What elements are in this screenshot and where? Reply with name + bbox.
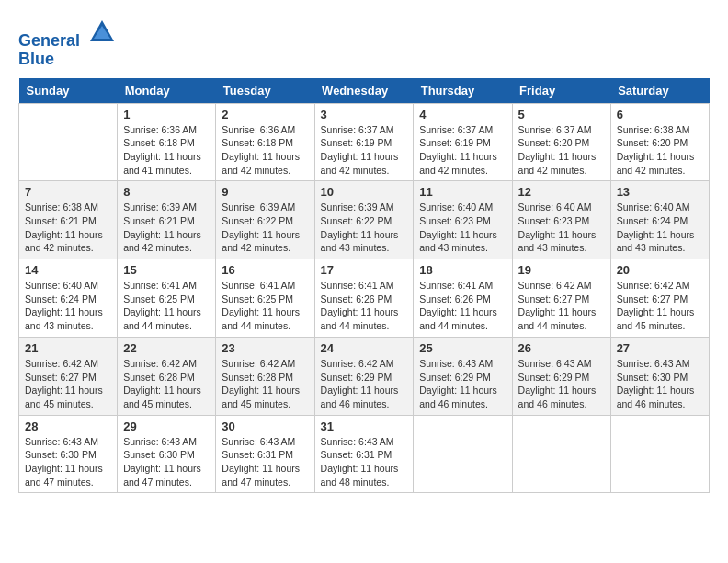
day-number: 19 [518, 263, 605, 277]
day-info: Sunrise: 6:40 AMSunset: 6:23 PMDaylight:… [419, 201, 506, 255]
day-info: Sunrise: 6:39 AMSunset: 6:22 PMDaylight:… [222, 201, 308, 255]
calendar-cell: 25Sunrise: 6:43 AMSunset: 6:29 PMDayligh… [414, 337, 512, 415]
day-number: 22 [123, 341, 210, 355]
day-number: 11 [419, 185, 506, 199]
calendar-cell: 21Sunrise: 6:42 AMSunset: 6:27 PMDayligh… [19, 337, 118, 415]
day-info: Sunrise: 6:38 AMSunset: 6:20 PMDaylight:… [617, 123, 703, 178]
calendar-cell: 1Sunrise: 6:36 AMSunset: 6:18 PMDaylight… [118, 103, 216, 181]
calendar-cell: 23Sunrise: 6:42 AMSunset: 6:28 PMDayligh… [216, 337, 314, 415]
day-number: 3 [321, 108, 408, 121]
calendar-cell [512, 415, 610, 493]
page-header: General Blue [18, 18, 710, 69]
calendar-cell: 5Sunrise: 6:37 AMSunset: 6:20 PMDaylight… [512, 103, 610, 181]
day-number: 2 [222, 108, 308, 121]
day-info: Sunrise: 6:39 AMSunset: 6:22 PMDaylight:… [321, 201, 408, 255]
day-number: 13 [617, 185, 703, 199]
day-info: Sunrise: 6:42 AMSunset: 6:28 PMDaylight:… [222, 357, 308, 411]
day-info: Sunrise: 6:40 AMSunset: 6:23 PMDaylight:… [518, 201, 605, 255]
calendar-table: SundayMondayTuesdayWednesdayThursdayFrid… [18, 78, 710, 494]
calendar-cell: 15Sunrise: 6:41 AMSunset: 6:25 PMDayligh… [118, 259, 216, 338]
day-number: 25 [419, 341, 506, 355]
calendar-cell: 4Sunrise: 6:37 AMSunset: 6:19 PMDaylight… [414, 103, 512, 181]
day-info: Sunrise: 6:37 AMSunset: 6:19 PMDaylight:… [321, 123, 408, 178]
day-info: Sunrise: 6:43 AMSunset: 6:30 PMDaylight:… [123, 435, 210, 489]
day-info: Sunrise: 6:42 AMSunset: 6:29 PMDaylight:… [321, 357, 408, 411]
day-number: 21 [25, 341, 111, 355]
calendar-cell: 31Sunrise: 6:43 AMSunset: 6:31 PMDayligh… [314, 415, 414, 493]
calendar-cell: 6Sunrise: 6:38 AMSunset: 6:20 PMDaylight… [610, 103, 709, 181]
day-info: Sunrise: 6:37 AMSunset: 6:20 PMDaylight:… [518, 123, 605, 178]
day-header-saturday: Saturday [610, 78, 709, 104]
day-info: Sunrise: 6:42 AMSunset: 6:27 PMDaylight:… [25, 357, 111, 411]
day-number: 20 [617, 263, 703, 277]
calendar-cell: 16Sunrise: 6:41 AMSunset: 6:25 PMDayligh… [216, 259, 314, 338]
calendar-week-row: 28Sunrise: 6:43 AMSunset: 6:30 PMDayligh… [19, 415, 710, 493]
calendar-cell: 11Sunrise: 6:40 AMSunset: 6:23 PMDayligh… [414, 181, 512, 259]
day-info: Sunrise: 6:42 AMSunset: 6:27 PMDaylight:… [518, 279, 605, 333]
calendar-week-row: 1Sunrise: 6:36 AMSunset: 6:18 PMDaylight… [19, 103, 710, 181]
calendar-cell: 14Sunrise: 6:40 AMSunset: 6:24 PMDayligh… [19, 259, 118, 338]
calendar-cell: 29Sunrise: 6:43 AMSunset: 6:30 PMDayligh… [118, 415, 216, 493]
day-number: 27 [617, 341, 703, 355]
day-info: Sunrise: 6:41 AMSunset: 6:25 PMDaylight:… [123, 279, 210, 333]
calendar-cell: 17Sunrise: 6:41 AMSunset: 6:26 PMDayligh… [314, 259, 414, 338]
day-number: 6 [617, 108, 703, 121]
calendar-week-row: 14Sunrise: 6:40 AMSunset: 6:24 PMDayligh… [19, 259, 710, 338]
day-info: Sunrise: 6:36 AMSunset: 6:18 PMDaylight:… [123, 123, 210, 178]
day-info: Sunrise: 6:43 AMSunset: 6:30 PMDaylight:… [25, 435, 111, 489]
day-info: Sunrise: 6:38 AMSunset: 6:21 PMDaylight:… [25, 201, 111, 255]
day-header-monday: Monday [118, 78, 216, 104]
calendar-cell: 18Sunrise: 6:41 AMSunset: 6:26 PMDayligh… [414, 259, 512, 338]
day-number: 29 [123, 419, 210, 433]
day-info: Sunrise: 6:43 AMSunset: 6:29 PMDaylight:… [419, 357, 506, 411]
logo-general: General [18, 31, 80, 50]
day-header-sunday: Sunday [19, 78, 118, 104]
day-info: Sunrise: 6:42 AMSunset: 6:28 PMDaylight:… [123, 357, 210, 411]
day-info: Sunrise: 6:43 AMSunset: 6:30 PMDaylight:… [617, 357, 703, 411]
logo-blue: Blue [18, 51, 116, 69]
calendar-cell [610, 415, 709, 493]
calendar-cell: 7Sunrise: 6:38 AMSunset: 6:21 PMDaylight… [19, 181, 118, 259]
day-number: 24 [321, 341, 408, 355]
day-info: Sunrise: 6:43 AMSunset: 6:29 PMDaylight:… [518, 357, 605, 411]
day-number: 18 [419, 263, 506, 277]
day-info: Sunrise: 6:39 AMSunset: 6:21 PMDaylight:… [123, 201, 210, 255]
day-info: Sunrise: 6:41 AMSunset: 6:26 PMDaylight:… [419, 279, 506, 333]
calendar-week-row: 7Sunrise: 6:38 AMSunset: 6:21 PMDaylight… [19, 181, 710, 259]
day-number: 16 [222, 263, 308, 277]
day-number: 17 [321, 263, 408, 277]
day-header-friday: Friday [512, 78, 610, 104]
day-number: 5 [518, 108, 605, 121]
calendar-cell: 3Sunrise: 6:37 AMSunset: 6:19 PMDaylight… [314, 103, 414, 181]
day-number: 15 [123, 263, 210, 277]
logo-text: General [18, 18, 116, 51]
day-info: Sunrise: 6:37 AMSunset: 6:19 PMDaylight:… [419, 123, 506, 178]
day-number: 7 [25, 185, 111, 199]
day-number: 31 [321, 419, 408, 433]
day-info: Sunrise: 6:41 AMSunset: 6:25 PMDaylight:… [222, 279, 308, 333]
calendar-cell: 24Sunrise: 6:42 AMSunset: 6:29 PMDayligh… [314, 337, 414, 415]
day-number: 23 [222, 341, 308, 355]
calendar-cell: 10Sunrise: 6:39 AMSunset: 6:22 PMDayligh… [314, 181, 414, 259]
day-header-tuesday: Tuesday [216, 78, 314, 104]
day-info: Sunrise: 6:43 AMSunset: 6:31 PMDaylight:… [321, 435, 408, 489]
day-info: Sunrise: 6:40 AMSunset: 6:24 PMDaylight:… [617, 201, 703, 255]
calendar-cell: 8Sunrise: 6:39 AMSunset: 6:21 PMDaylight… [118, 181, 216, 259]
calendar-cell: 27Sunrise: 6:43 AMSunset: 6:30 PMDayligh… [610, 337, 709, 415]
day-number: 12 [518, 185, 605, 199]
calendar-cell: 28Sunrise: 6:43 AMSunset: 6:30 PMDayligh… [19, 415, 118, 493]
day-header-thursday: Thursday [414, 78, 512, 104]
logo: General Blue [18, 18, 116, 69]
day-number: 28 [25, 419, 111, 433]
calendar-cell: 12Sunrise: 6:40 AMSunset: 6:23 PMDayligh… [512, 181, 610, 259]
calendar-cell: 2Sunrise: 6:36 AMSunset: 6:18 PMDaylight… [216, 103, 314, 181]
day-number: 30 [222, 419, 308, 433]
day-number: 10 [321, 185, 408, 199]
day-number: 14 [25, 263, 111, 277]
calendar-cell [19, 103, 118, 181]
calendar-cell: 22Sunrise: 6:42 AMSunset: 6:28 PMDayligh… [118, 337, 216, 415]
day-info: Sunrise: 6:41 AMSunset: 6:26 PMDaylight:… [321, 279, 408, 333]
logo-icon [88, 18, 116, 46]
day-info: Sunrise: 6:36 AMSunset: 6:18 PMDaylight:… [222, 123, 308, 178]
calendar-cell: 20Sunrise: 6:42 AMSunset: 6:27 PMDayligh… [610, 259, 709, 338]
